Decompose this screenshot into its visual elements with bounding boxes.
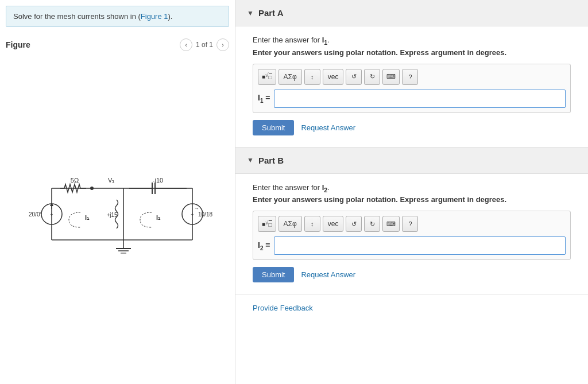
svg-text:10/180°: 10/180° (198, 211, 212, 218)
next-figure-button[interactable]: › (216, 38, 229, 51)
part-b-var-label: I2 = (258, 241, 270, 251)
part-b-enter-line: Enter the answer for I2. (253, 183, 571, 193)
part-a-header[interactable]: ▼ Part A (235, 0, 588, 26)
left-panel: Solve for the mesh currents shown in (Fi… (0, 0, 235, 384)
figure-area: Figure ‹ 1 of 1 › (0, 33, 235, 384)
prev-figure-button[interactable]: ‹ (180, 38, 192, 51)
part-a-title: Part A (258, 8, 284, 18)
figure-nav-counter: 1 of 1 (196, 41, 213, 49)
part-b-input-box: ■√□ ΑΣφ ↕ vec ↺ ↻ ⌨ ? I2 = (253, 211, 571, 260)
svg-text:+: + (191, 212, 194, 218)
vec-button-a[interactable]: vec (323, 69, 344, 85)
part-a-input-box: ■√□ ΑΣφ ↕ vec ↺ ↻ ⌨ ? I1 = (253, 64, 571, 113)
svg-text:+: + (50, 212, 53, 218)
figure-nav: ‹ 1 of 1 › (180, 38, 229, 51)
arrows-button-b[interactable]: ↕ (304, 216, 320, 232)
redo-button-b[interactable]: ↻ (364, 216, 380, 232)
part-a-collapse-icon: ▼ (247, 9, 254, 17)
part-b-input-row: I2 = (258, 236, 566, 255)
figure-title: Figure (6, 40, 30, 49)
part-a-toolbar: ■√□ ΑΣφ ↕ vec ↺ ↻ ⌨ ? (258, 69, 566, 85)
svg-point-6 (90, 187, 94, 190)
part-a-content: Enter the answer for I1. Enter your answ… (235, 26, 588, 147)
problem-end: ). (168, 12, 173, 21)
symbols-button-a[interactable]: ΑΣφ (278, 69, 302, 85)
svg-text:I₂: I₂ (156, 214, 161, 221)
part-a-var-label: I1 = (258, 93, 270, 104)
svg-text:I₁: I₁ (85, 214, 90, 221)
circuit-diagram: 5Ω V₁ -j10 + 20/0° (23, 165, 212, 269)
right-panel: ▼ Part A Enter the answer for I1. Enter … (235, 0, 588, 384)
part-b-submit-button[interactable]: Submit (253, 267, 294, 282)
svg-text:V₁: V₁ (108, 177, 114, 184)
svg-text:20/0°: 20/0° (29, 211, 42, 218)
part-b-header[interactable]: ▼ Part B (235, 148, 588, 174)
part-b-toolbar: ■√□ ΑΣφ ↕ vec ↺ ↻ ⌨ ? (258, 216, 566, 232)
part-a-enter-line: Enter the answer for I1. (253, 36, 571, 46)
help-button-a[interactable]: ? (402, 69, 418, 85)
part-b-collapse-icon: ▼ (247, 156, 254, 164)
provide-feedback-link[interactable]: Provide Feedback (235, 294, 588, 321)
part-a-input-row: I1 = (258, 90, 566, 108)
part-a-answer-input[interactable] (274, 90, 566, 108)
undo-button-b[interactable]: ↺ (346, 216, 362, 232)
frac-sqrt-button-b[interactable]: ■√□ (258, 216, 276, 232)
vec-button-b[interactable]: vec (323, 216, 344, 232)
part-a-action-row: Submit Request Answer (253, 120, 571, 135)
part-b-section: ▼ Part B Enter the answer for I2. Enter … (235, 148, 588, 295)
part-b-title: Part B (258, 156, 284, 165)
redo-button-a[interactable]: ↻ (364, 69, 380, 85)
svg-text:-j10: -j10 (152, 177, 163, 184)
undo-button-a[interactable]: ↺ (346, 69, 362, 85)
help-button-b[interactable]: ? (402, 216, 418, 232)
symbols-button-b[interactable]: ΑΣφ (278, 216, 302, 232)
frac-sqrt-button-a[interactable]: ■√□ (258, 69, 276, 85)
part-b-action-row: Submit Request Answer (253, 267, 571, 282)
svg-text:5Ω: 5Ω (70, 177, 78, 184)
part-b-content: Enter the answer for I2. Enter your answ… (235, 174, 588, 294)
figure-link[interactable]: Figure 1 (141, 12, 168, 21)
part-a-polar-note: Enter your answers using polar notation.… (253, 48, 571, 57)
part-b-polar-note: Enter your answers using polar notation.… (253, 195, 571, 204)
problem-text: Solve for the mesh currents shown in ( (13, 12, 141, 21)
figure-header: Figure ‹ 1 of 1 › (6, 38, 229, 51)
part-a-submit-button[interactable]: Submit (253, 120, 294, 135)
part-a-section: ▼ Part A Enter the answer for I1. Enter … (235, 0, 588, 148)
part-b-answer-input[interactable] (274, 236, 566, 255)
problem-statement: Solve for the mesh currents shown in (Fi… (6, 6, 229, 27)
part-b-request-answer-link[interactable]: Request Answer (301, 270, 355, 279)
svg-text:→: → (194, 205, 199, 211)
circuit-container: 5Ω V₁ -j10 + 20/0° (6, 56, 229, 378)
keyboard-button-b[interactable]: ⌨ (382, 216, 400, 232)
keyboard-button-a[interactable]: ⌨ (382, 69, 400, 85)
arrows-button-a[interactable]: ↕ (304, 69, 320, 85)
part-a-request-answer-link[interactable]: Request Answer (301, 123, 355, 132)
